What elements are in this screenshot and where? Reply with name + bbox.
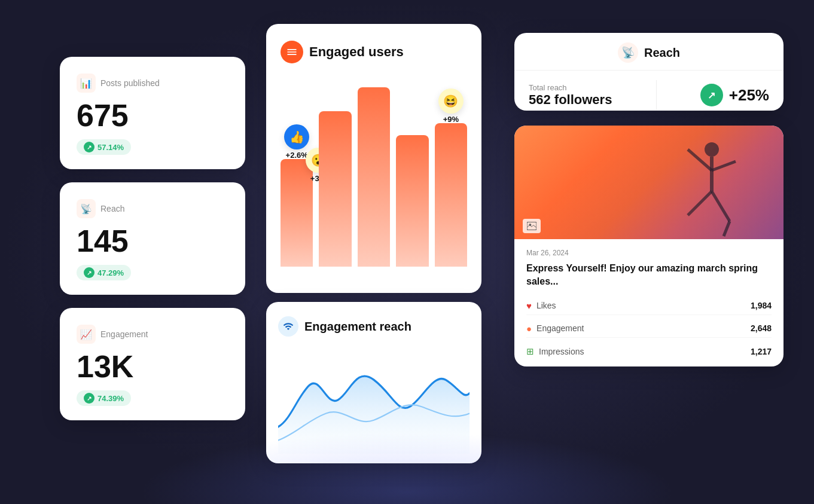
- bar-chart: 👍 +2.6% 😮 +3%: [281, 75, 467, 267]
- engagement-growth-arrow: ↗: [84, 393, 94, 404]
- post-card: Mar 26, 2024 Express Yourself! Enjoy our…: [514, 126, 783, 366]
- posts-value: 675: [77, 100, 228, 131]
- reach-top-label: Reach: [644, 46, 680, 60]
- reach-top-icon: 📡: [618, 42, 638, 63]
- post-stat-engagement: ● Engagement 2,648: [526, 320, 772, 338]
- reach-divider: [656, 80, 657, 110]
- post-title: Express Yourself! Enjoy our amazing marc…: [526, 262, 772, 289]
- posts-growth-arrow: ↗: [84, 142, 94, 152]
- stat-card-reach: 📡 Reach 145 ↗ 47.29%: [60, 182, 245, 295]
- reach-followers-value: 562 followers: [529, 92, 612, 108]
- bar1-pct: +2.6%: [286, 151, 308, 160]
- bar-4: [396, 135, 428, 267]
- post-stat-impressions: ⊞ Impressions 1,217: [526, 343, 772, 361]
- engaged-users-card: Engaged users 👍 +2.6% 😮 +3%: [266, 24, 481, 293]
- impressions-label: Impressions: [539, 347, 584, 356]
- likes-value: 1,984: [751, 301, 772, 310]
- line-chart: [278, 346, 470, 454]
- posts-growth: ↗ 57.14%: [77, 139, 131, 155]
- post-stat-likes: ♥ Likes 1,984: [526, 297, 772, 315]
- bar-5: [435, 123, 467, 267]
- engagement-growth: ↗ 74.39%: [77, 390, 131, 406]
- bar-col-2: [319, 111, 351, 267]
- stat-card-engagement: 📈 Engagement 13K ↗ 74.39%: [60, 308, 245, 420]
- bar-col-3: [358, 87, 390, 267]
- reach-small-label: Reach: [100, 204, 124, 213]
- stat-card-posts: 📊 Posts published 675 ↗ 57.14%: [60, 57, 245, 169]
- bar-col-5: 😆 +9%: [435, 123, 467, 267]
- likes-icon: ♥: [526, 301, 532, 311]
- post-image-icon-badge: [523, 219, 541, 233]
- post-stats: ♥ Likes 1,984 ● Engagement 2,648 ⊞: [526, 297, 772, 361]
- bar-col-4: [396, 135, 428, 267]
- reach-growth: ↗ 47.29%: [77, 265, 131, 280]
- total-reach-label: Total reach: [529, 83, 612, 92]
- reach-title-bar: 📡 Reach: [514, 33, 783, 71]
- bar5-emoji-badge: 😆 +9%: [438, 88, 464, 124]
- engagement-value: 13K: [77, 351, 228, 382]
- likes-label: Likes: [536, 301, 556, 310]
- engagement-small-label: Engagement: [100, 329, 148, 339]
- reach-growth-arrow: ↗: [84, 267, 94, 278]
- posts-icon: 📊: [77, 74, 96, 93]
- reach-pct-text: +25%: [729, 86, 769, 105]
- bar-3: [358, 87, 390, 267]
- reach-followers-block: Total reach 562 followers: [529, 83, 612, 108]
- dashboard: 📊 Posts published 675 ↗ 57.14% 📡 Reach 1…: [0, 0, 814, 504]
- reach-percent-block: ↗ +25%: [700, 84, 769, 106]
- impressions-value: 1,217: [751, 347, 772, 356]
- post-image: [514, 126, 783, 239]
- reach-top-card: 📡 Reach Total reach 562 followers ↗ +25%: [514, 33, 783, 111]
- engagement-label: Engagement: [536, 323, 584, 333]
- engaged-users-icon: [281, 41, 303, 63]
- bar-2: [319, 111, 351, 267]
- post-date: Mar 26, 2024: [526, 249, 772, 257]
- thumbsup-emoji: 👍: [284, 124, 309, 149]
- engagement-value: 2,648: [751, 323, 772, 333]
- engagement-reach-title: Engagement reach: [304, 320, 411, 334]
- engagement-icon: ●: [526, 323, 532, 334]
- engagement-small-icon: 📈: [77, 325, 96, 344]
- engagement-reach-card: Engagement reach: [266, 302, 481, 463]
- engaged-users-title: Engaged users: [309, 44, 404, 60]
- reach-small-icon: 📡: [77, 199, 96, 218]
- impressions-icon: ⊞: [526, 346, 534, 357]
- engagement-reach-icon: [278, 316, 298, 337]
- laughing-emoji: 😆: [438, 88, 464, 114]
- bar5-pct: +9%: [443, 115, 459, 124]
- reach-stats-row: Total reach 562 followers ↗ +25%: [514, 71, 783, 120]
- reach-value: 145: [77, 225, 228, 256]
- post-content: Mar 26, 2024 Express Yourself! Enjoy our…: [514, 239, 783, 366]
- posts-label: Posts published: [100, 78, 160, 88]
- reach-pct-icon: ↗: [700, 84, 723, 106]
